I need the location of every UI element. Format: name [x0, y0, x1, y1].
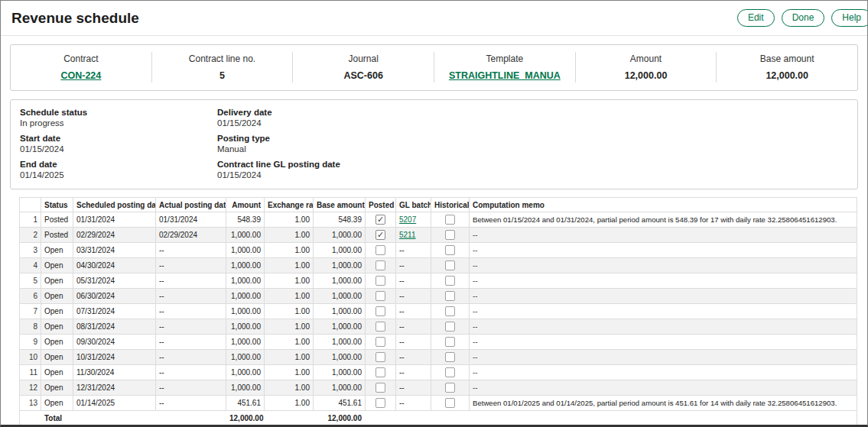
posted-cell [366, 273, 396, 289]
field-value: 5 [158, 70, 287, 81]
computation-memo-cell: -- [470, 273, 857, 289]
details-right-column: Delivery date 01/15/2024 Posting type Ma… [217, 108, 340, 180]
posted-checkbox[interactable] [375, 306, 385, 316]
row-number-cell: 1 [20, 212, 41, 228]
amount-cell: 1,000.00 [226, 258, 265, 273]
posted-cell [366, 319, 396, 335]
posted-checkbox[interactable] [375, 337, 385, 347]
done-button[interactable]: Done [782, 9, 825, 26]
historical-checkbox[interactable] [445, 398, 455, 408]
gl-batch-link[interactable]: 5207 [399, 215, 416, 224]
gl-batch-cell: -- [396, 350, 431, 365]
posted-cell [366, 243, 396, 258]
details-card: Schedule status In progress Start date 0… [10, 99, 858, 189]
field-value: STRAIGHTLINE_MANUA [441, 70, 569, 81]
gl-batch-cell: -- [396, 380, 431, 396]
historical-checkbox[interactable] [445, 322, 455, 332]
status-cell: Open [41, 350, 73, 365]
field-label: Start date [20, 134, 217, 143]
gl-batch-cell: 5211 [396, 228, 431, 243]
summary-field-amount: Amount 12,000.00 [576, 52, 717, 82]
table-row: 13Open01/14/2025--451.611.00451.61--Betw… [20, 396, 857, 411]
status-cell: Open [41, 396, 73, 411]
computation-memo-cell: Between 01/01/2025 and 01/14/2025, parti… [470, 396, 857, 411]
field-label: Amount [582, 53, 710, 64]
posted-checkbox[interactable]: ✓ [375, 230, 385, 240]
row-number-cell: 11 [20, 365, 41, 380]
field-label: Contract line no. [158, 53, 287, 64]
posted-checkbox[interactable] [375, 276, 385, 286]
row-number-cell: 9 [20, 335, 41, 350]
table-row: 10Open10/31/2024--1,000.001.001,000.00--… [20, 350, 857, 365]
gl-batch-link[interactable]: 5211 [399, 231, 416, 239]
posted-checkbox[interactable] [375, 245, 385, 255]
amount-cell: 1,000.00 [226, 304, 265, 319]
field-label: Journal [299, 53, 427, 64]
posted-checkbox[interactable] [375, 398, 385, 408]
gl-batch-cell: -- [396, 319, 431, 335]
base-amount-cell: 1,000.00 [314, 304, 366, 319]
historical-checkbox[interactable] [445, 352, 455, 362]
page-title: Revenue schedule [11, 10, 139, 27]
historical-checkbox[interactable] [445, 383, 455, 393]
status-cell: Open [41, 319, 73, 335]
amount-cell: 1,000.00 [226, 228, 265, 243]
contract-link[interactable]: CON-224 [60, 70, 101, 81]
edit-button[interactable]: Edit [737, 9, 775, 26]
historical-checkbox[interactable] [445, 245, 455, 255]
scheduled-posting-date-cell: 07/31/2024 [73, 304, 156, 319]
historical-checkbox[interactable] [445, 367, 455, 377]
historical-checkbox[interactable] [445, 276, 455, 286]
computation-memo-cell: -- [470, 350, 857, 365]
detail-field-start-date: Start date 01/15/2024 [20, 134, 217, 154]
historical-cell [431, 212, 470, 228]
template-link[interactable]: STRAIGHTLINE_MANUA [449, 70, 561, 81]
header-exchange-rate: Exchange rate [265, 198, 314, 212]
historical-checkbox[interactable] [445, 215, 455, 225]
scheduled-posting-date-cell: 06/30/2024 [73, 289, 156, 304]
posted-checkbox[interactable] [375, 383, 385, 393]
posted-checkbox[interactable] [375, 260, 385, 270]
summary-field-contract: Contract CON-224 [11, 52, 152, 82]
row-number-cell: 13 [20, 396, 41, 411]
total-amount: 12,000.00 [226, 411, 265, 425]
posted-checkbox[interactable]: ✓ [375, 215, 385, 225]
table-header-row: Status Scheduled posting date Actual pos… [20, 198, 857, 212]
scheduled-posting-date-cell: 02/29/2024 [73, 228, 156, 243]
posted-checkbox[interactable] [375, 291, 385, 301]
actual-posting-date-cell: -- [156, 273, 226, 289]
historical-cell [431, 396, 470, 411]
historical-checkbox[interactable] [445, 230, 455, 240]
historical-cell [431, 228, 470, 243]
exchange-rate-cell: 1.00 [265, 304, 314, 319]
posted-checkbox[interactable] [375, 322, 385, 332]
help-button[interactable]: Help [831, 9, 868, 26]
detail-field-posting-type: Posting type Manual [217, 134, 340, 154]
field-label: End date [20, 160, 217, 169]
total-empty [20, 411, 41, 425]
historical-checkbox[interactable] [445, 337, 455, 347]
historical-checkbox[interactable] [445, 306, 455, 316]
field-label: Base amount [723, 53, 851, 64]
historical-checkbox[interactable] [445, 260, 455, 270]
detail-field-contract-line-gl-posting-date: Contract line GL posting date 01/15/2024 [217, 160, 340, 180]
detail-field-delivery-date: Delivery date 01/15/2024 [217, 108, 340, 128]
header-row-number [20, 198, 41, 212]
computation-memo-cell: -- [470, 258, 857, 273]
table-row: 11Open11/30/2024--1,000.001.001,000.00--… [20, 365, 857, 380]
amount-cell: 1,000.00 [226, 335, 265, 350]
posted-checkbox[interactable] [375, 352, 385, 362]
scheduled-posting-date-cell: 05/31/2024 [73, 273, 156, 289]
actual-posting-date-cell: -- [156, 380, 226, 396]
exchange-rate-cell: 1.00 [265, 350, 314, 365]
posted-checkbox[interactable] [375, 367, 385, 377]
detail-field-schedule-status: Schedule status In progress [20, 108, 217, 128]
gl-batch-cell: -- [396, 365, 431, 380]
amount-cell: 548.39 [226, 212, 265, 228]
header-gl-batch: GL batch [396, 198, 431, 212]
historical-checkbox[interactable] [445, 291, 455, 301]
historical-cell [431, 319, 470, 335]
computation-memo-cell: -- [470, 228, 857, 243]
page-header: Revenue schedule Edit Done Help [1, 1, 867, 36]
header-status: Status [41, 198, 73, 212]
